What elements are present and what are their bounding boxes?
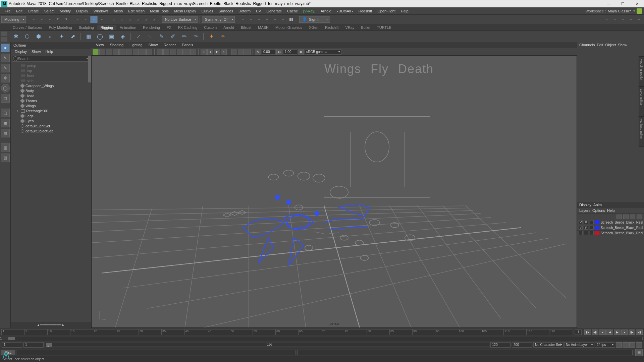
menu-edit[interactable]: Edit bbox=[13, 8, 25, 14]
shelf-btn-3[interactable]: ⬢ bbox=[34, 32, 44, 42]
paint-tool[interactable]: ✎ bbox=[1, 64, 10, 72]
outliner-menu-show[interactable]: Show bbox=[30, 50, 43, 54]
new-scene-icon[interactable]: ▫ bbox=[30, 16, 38, 23]
snap2-icon[interactable]: ○ bbox=[118, 16, 125, 23]
vp-btn-3[interactable] bbox=[106, 49, 112, 55]
shelf-btn-10[interactable]: ◈ bbox=[118, 32, 128, 42]
menu-openflight[interactable]: OpenFlight bbox=[375, 8, 398, 14]
outliner-item-legs[interactable]: Legs bbox=[11, 113, 91, 118]
outliner-item-defaultobjectset[interactable]: defaultObjectSet bbox=[11, 128, 91, 133]
autokey-icon[interactable] bbox=[629, 342, 635, 348]
construct3-icon[interactable]: ▫ bbox=[255, 16, 263, 23]
symmetry[interactable]: Symmetry: Off bbox=[202, 16, 235, 23]
menu-arnold[interactable]: Arnold bbox=[318, 8, 334, 14]
menu-edit-mesh[interactable]: Edit Mesh bbox=[125, 8, 147, 14]
shelf-btn-12[interactable]: ⟍ bbox=[145, 32, 155, 42]
shelf-tab-fx-caching[interactable]: FX Caching bbox=[175, 25, 201, 30]
redo-icon[interactable]: ↷ bbox=[62, 16, 70, 23]
signin-button[interactable]: 👤 Sign In bbox=[299, 16, 330, 23]
shelf-btn-14[interactable]: ✐ bbox=[168, 32, 178, 42]
select-mode3-icon[interactable]: ▫ bbox=[90, 16, 98, 23]
anim-end[interactable]: 120 bbox=[490, 342, 511, 348]
rtab-attr[interactable]: Attribute Editor bbox=[639, 117, 644, 147]
shelf-btn-15[interactable]: ✏ bbox=[179, 32, 189, 42]
menu-display[interactable]: Display bbox=[73, 8, 91, 14]
menu-help[interactable]: Help bbox=[398, 8, 411, 14]
outliner-item-body[interactable]: Body bbox=[11, 88, 91, 93]
vp-btn-12[interactable] bbox=[170, 49, 176, 55]
shelf-tab-mash[interactable]: MASH bbox=[255, 25, 272, 30]
layout1-icon[interactable]: ▫ bbox=[603, 16, 610, 23]
minimize-button[interactable]: — bbox=[602, 0, 616, 7]
channel-menu-object[interactable]: Object bbox=[605, 43, 616, 47]
vp-btn-15[interactable] bbox=[190, 49, 196, 55]
vp-colormgmt[interactable]: sRGB gamma bbox=[305, 49, 341, 55]
snap5-icon[interactable]: ○ bbox=[142, 16, 150, 23]
mode-selector[interactable]: Modeling bbox=[1, 16, 26, 23]
vp-light4-icon[interactable]: ○ bbox=[221, 49, 227, 55]
vp-btn-11[interactable] bbox=[163, 49, 169, 55]
outliner-item-side[interactable]: side bbox=[11, 78, 91, 83]
vp-btn-7[interactable] bbox=[133, 49, 139, 55]
select-tool[interactable]: ➤ bbox=[1, 44, 10, 52]
vp-exposure[interactable]: 0.00 bbox=[262, 49, 276, 55]
outliner-item-wings[interactable]: Wings bbox=[11, 103, 91, 108]
shelf-tab-xgen[interactable]: XGen bbox=[306, 25, 322, 30]
step-fwd-icon[interactable]: ▮▸ bbox=[629, 329, 635, 335]
menu-modify[interactable]: Modify bbox=[57, 8, 73, 14]
outliner-item-front[interactable]: front bbox=[11, 73, 91, 78]
shelf-btn-11[interactable]: ⟋ bbox=[133, 32, 144, 42]
vp-menu-lighting[interactable]: Lighting bbox=[127, 43, 145, 48]
rtab-channel[interactable]: Channel Box / Layer Editor bbox=[639, 86, 644, 117]
play-fwd-icon[interactable]: ▶ bbox=[614, 329, 621, 335]
layer-btn-4[interactable] bbox=[637, 215, 642, 219]
playback-end[interactable]: 200 bbox=[512, 342, 532, 348]
shelf-btn-8[interactable]: ◯ bbox=[95, 32, 105, 42]
menu-mesh-display[interactable]: Mesh Display bbox=[171, 8, 199, 14]
layout-opts[interactable]: ▤ bbox=[1, 129, 10, 137]
shelf-btn-18[interactable]: ✧ bbox=[218, 32, 228, 42]
viewport-canvas[interactable]: Wings Fly Death persp bbox=[91, 56, 577, 328]
layer-tab-display[interactable]: Display bbox=[579, 203, 591, 207]
layer-menu-layers[interactable]: Layers bbox=[579, 208, 590, 213]
outliner-item-defaultlightset[interactable]: defaultLightSet bbox=[11, 123, 91, 128]
save-scene-icon[interactable]: ▫ bbox=[46, 16, 54, 23]
range-opt2[interactable] bbox=[623, 342, 629, 348]
vp-menu-shading[interactable]: Shading bbox=[107, 43, 126, 48]
vp-exp-icon[interactable]: ⟲ bbox=[255, 49, 261, 55]
shelf-opt1-icon[interactable] bbox=[1, 32, 7, 36]
outliner-item-rectangle001[interactable]: ▸Rectangle001 bbox=[11, 108, 91, 113]
lasso-tool[interactable]: ↯ bbox=[1, 54, 10, 62]
lock-icon[interactable] bbox=[637, 8, 642, 14]
layout2-icon[interactable]: ▫ bbox=[611, 16, 619, 23]
layer-row-0[interactable]: VPScreech_Beetle_Black_Realistic bbox=[577, 220, 644, 225]
outliner-item-head[interactable]: Head bbox=[11, 93, 91, 98]
outliner-menu-display[interactable]: Display bbox=[13, 50, 29, 54]
anim-layer[interactable]: No Anim Layer bbox=[564, 342, 594, 348]
step-back-icon[interactable]: ◂▮ bbox=[592, 329, 598, 335]
layout3-icon[interactable]: ▫ bbox=[619, 16, 627, 23]
channel-menu-channels[interactable]: Channels bbox=[579, 43, 595, 47]
vp-iso2-icon[interactable] bbox=[238, 49, 244, 55]
current-frame[interactable]: 1 bbox=[575, 329, 582, 335]
vp-iso3-icon[interactable] bbox=[245, 49, 251, 55]
outliner-item-eyes[interactable]: Eyes bbox=[11, 118, 91, 123]
shelf-btn-4[interactable]: ⟁ bbox=[45, 32, 55, 42]
range-prefs[interactable] bbox=[636, 342, 642, 348]
shelf-tab-motion-graphics[interactable]: Motion Graphics bbox=[272, 25, 306, 30]
vp-light3-icon[interactable]: ◐ bbox=[214, 49, 220, 55]
rotate-tool[interactable]: ◯ bbox=[1, 84, 10, 93]
menu--v-ray-[interactable]: [V-Ray] bbox=[301, 8, 318, 14]
channel-menu-edit[interactable]: Edit bbox=[597, 43, 603, 47]
vp-btn-13[interactable] bbox=[177, 49, 183, 55]
goto-start-icon[interactable]: ▮◂ bbox=[584, 329, 591, 335]
shelf-tab-turtle[interactable]: TURTLE bbox=[374, 25, 395, 30]
anim-start[interactable]: 1 bbox=[23, 342, 44, 348]
menu-deform[interactable]: Deform bbox=[236, 8, 253, 14]
vp-btn-1[interactable] bbox=[93, 49, 99, 55]
close-button[interactable]: ✕ bbox=[630, 0, 644, 7]
menu-redshift[interactable]: Redshift bbox=[356, 8, 375, 14]
workspace-value[interactable]: Maya Classic* bbox=[608, 9, 631, 13]
vp-menu-panels[interactable]: Panels bbox=[179, 43, 196, 48]
vp-light2-icon[interactable]: ● bbox=[207, 49, 213, 55]
